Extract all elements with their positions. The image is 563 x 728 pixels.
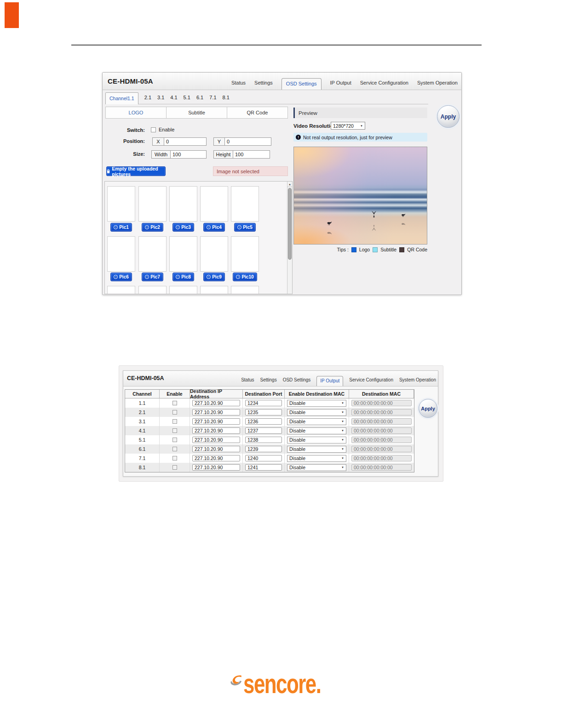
upload-pic8-button[interactable]: ↑Pic8 — [172, 273, 194, 281]
sencore-swoosh-icon — [230, 666, 242, 694]
channel-tab-8-1[interactable]: 8.1 — [223, 95, 230, 100]
tab-system-operation[interactable]: System Operation — [399, 377, 436, 382]
enable-destination-mac-select[interactable]: Disable▼ — [287, 464, 346, 471]
destination-port-input[interactable]: 1237 — [245, 427, 282, 434]
tab-osd-settings[interactable]: OSD Settings — [282, 78, 322, 90]
upload-pic3-button[interactable]: ↑Pic3 — [172, 223, 194, 232]
channel-tab-2-1[interactable]: 2.1 — [144, 95, 151, 100]
bird-reflection — [400, 222, 406, 226]
y-label-cell: Y — [213, 137, 225, 146]
tab-status[interactable]: Status — [241, 377, 254, 382]
col-header-enable: Enable — [160, 390, 190, 398]
enable-destination-mac-select[interactable]: Disable▼ — [287, 427, 346, 434]
legend-items: LogoSubtitleQR Code — [351, 247, 427, 252]
channel-tab-6-1[interactable]: 6.1 — [196, 95, 203, 100]
upload-pic4-button[interactable]: ↑Pic4 — [203, 223, 225, 232]
tab-ip-output[interactable]: IP Output — [330, 80, 351, 85]
channel-tab-5-1[interactable]: 5.1 — [184, 95, 190, 100]
destination-port-input[interactable]: 1239 — [245, 446, 282, 452]
enable-checkbox[interactable] — [172, 428, 177, 433]
osd-subtab-subtitle[interactable]: Subtitle — [167, 107, 227, 118]
col-header-channel: Channel — [125, 390, 160, 398]
port-cell: 1235 — [243, 408, 285, 417]
picture-slot — [169, 186, 197, 222]
channel-tab-4-1[interactable]: 4.1 — [170, 95, 177, 100]
channel-tab-bar: Channel1.12.13.14.15.16.17.18.1 — [105, 91, 428, 104]
scrollbar-thumb[interactable] — [288, 188, 292, 260]
enable-destination-mac-select[interactable]: Disable▼ — [287, 455, 346, 462]
osd-subtab-qr-code[interactable]: QR Code — [227, 107, 287, 118]
tab-settings[interactable]: Settings — [254, 80, 273, 85]
destination-port-input[interactable]: 1234 — [245, 400, 282, 406]
enable-destination-mac-select[interactable]: Disable▼ — [287, 418, 346, 425]
destination-port-input[interactable]: 1236 — [245, 418, 282, 425]
device-title: CE-HDMI-05A — [127, 375, 164, 381]
enable-checkbox[interactable] — [172, 401, 177, 405]
enable-destination-mac-select[interactable]: Disable▼ — [287, 437, 346, 444]
enable-checkbox[interactable] — [172, 410, 177, 415]
destination-ip-input[interactable]: 227.10.20.90 — [192, 409, 240, 415]
osd-subtab-logo[interactable]: LOGO — [106, 107, 167, 118]
upload-pic9-button[interactable]: ↑Pic9 — [203, 273, 225, 281]
destination-port-input[interactable]: 1240 — [245, 455, 282, 461]
enable-destination-mac-select[interactable]: Disable▼ — [287, 446, 346, 453]
video-resolution-select[interactable]: 1280*720 ▼ — [331, 122, 365, 130]
channel-tab-7-1[interactable]: 7.1 — [209, 95, 216, 100]
tab-service-configuration[interactable]: Service Configuration — [360, 80, 408, 85]
sencore-logo: sencore. — [230, 665, 350, 694]
tab-osd-settings[interactable]: OSD Settings — [283, 377, 311, 382]
destination-port-input[interactable]: 1235 — [245, 409, 282, 415]
size-height-input[interactable]: 100 — [233, 150, 270, 159]
subtitle-color-swatch — [373, 247, 378, 252]
tab-system-operation[interactable]: System Operation — [417, 80, 458, 85]
upload-pic5-button[interactable]: ↑Pic5 — [234, 223, 256, 232]
upload-pic6-button[interactable]: ↑Pic6 — [110, 273, 132, 281]
upload-pic10-button[interactable]: ↑Pic10 — [233, 273, 257, 281]
destination-ip-input[interactable]: 227.10.20.90 — [192, 446, 240, 452]
enable-checkbox[interactable] — [172, 447, 177, 451]
upload-pic1-button[interactable]: ↑Pic1 — [110, 223, 132, 232]
destination-ip-input[interactable]: 227.10.20.90 — [192, 455, 240, 461]
enable-cell — [160, 408, 190, 417]
pic-button-label: Pic4 — [212, 225, 222, 230]
size-width-input[interactable]: 100 — [171, 150, 207, 159]
position-y-input[interactable]: 0 — [225, 137, 271, 146]
mac-mode-cell: Disable▼ — [285, 463, 349, 472]
picture-slot — [169, 236, 197, 272]
destination-ip-input[interactable]: 227.10.20.90 — [192, 464, 240, 471]
enable-destination-mac-select[interactable]: Disable▼ — [287, 409, 346, 416]
channel-tab-channel1-1[interactable]: Channel1.1 — [105, 92, 138, 104]
destination-ip-input[interactable]: 227.10.20.90 — [192, 427, 240, 434]
enable-checkbox[interactable] — [172, 419, 177, 424]
destination-ip-input[interactable]: 227.10.20.90 — [192, 400, 240, 406]
empty-pictures-button[interactable]: Empty the uploaded pictures — [106, 166, 166, 176]
enable-cell — [160, 398, 190, 408]
destination-port-input[interactable]: 1241 — [245, 464, 282, 471]
enable-destination-mac-select[interactable]: Disable▼ — [287, 400, 346, 407]
mac-mode-value: Disable — [289, 437, 305, 443]
picture-slot — [200, 286, 228, 294]
tab-ip-output[interactable]: IP Output — [316, 376, 343, 386]
upload-pic2-button[interactable]: ↑Pic2 — [142, 223, 163, 232]
channel-tab-3-1[interactable]: 3.1 — [157, 95, 164, 100]
destination-ip-input[interactable]: 227.10.20.90 — [192, 418, 240, 425]
apply-button[interactable]: Apply — [437, 105, 460, 128]
destination-ip-input[interactable]: 227.10.20.90 — [192, 437, 240, 443]
mac-cell: 00:00:00:00:00:00 — [349, 426, 414, 435]
position-x-input[interactable]: 0 — [164, 137, 207, 146]
destination-port-input[interactable]: 1238 — [245, 437, 282, 443]
scrollbar[interactable]: ▲ — [287, 182, 292, 294]
enable-checkbox[interactable] — [151, 127, 156, 132]
preview-image — [293, 147, 427, 245]
tab-status[interactable]: Status — [231, 80, 246, 85]
col-header-enable-destination-mac: Enable Destination MAC — [285, 390, 349, 398]
enable-checkbox[interactable] — [172, 465, 177, 470]
apply-button[interactable]: Apply — [419, 399, 437, 418]
tab-settings[interactable]: Settings — [260, 377, 277, 382]
tab-service-configuration[interactable]: Service Configuration — [349, 377, 393, 382]
scroll-up-icon[interactable]: ▲ — [287, 182, 292, 187]
enable-checkbox[interactable] — [172, 456, 177, 461]
upload-pic7-button[interactable]: ↑Pic7 — [142, 273, 163, 281]
pic-button-label: Pic2 — [150, 225, 160, 230]
enable-checkbox[interactable] — [172, 438, 177, 442]
